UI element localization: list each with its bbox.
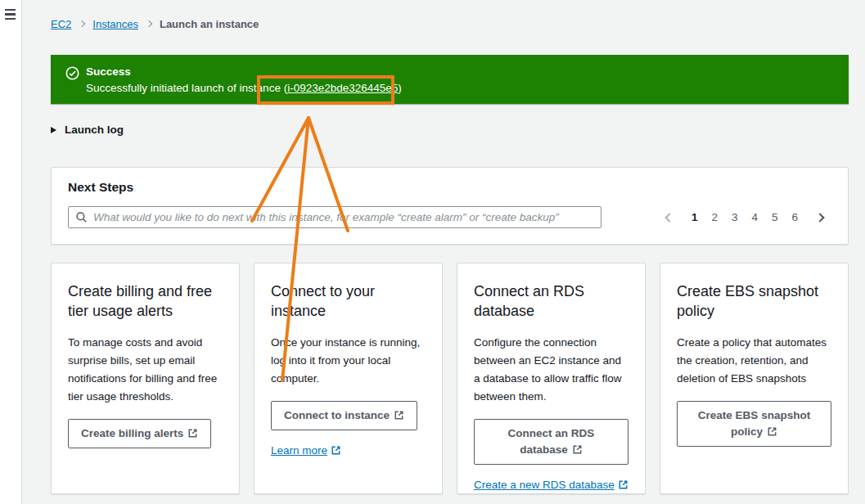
success-banner: Success Successfully initiated launch of… xyxy=(51,55,849,104)
link-label: Create a new RDS database xyxy=(474,479,615,491)
pagination-page-6[interactable]: 6 xyxy=(791,211,798,223)
pagination-page-5[interactable]: 5 xyxy=(772,211,778,223)
pagination: 1 2 3 4 5 6 xyxy=(666,211,823,223)
next-steps-title: Next Steps xyxy=(68,180,831,195)
external-link-icon xyxy=(618,479,628,490)
card-connect-instance: Connect to your instance Once your insta… xyxy=(254,263,443,494)
card-body: Configure the connection between an EC2 … xyxy=(474,334,628,406)
search-box xyxy=(68,206,601,228)
create-ebs-snapshot-policy-button[interactable]: Create EBS snapshot policy xyxy=(677,401,831,447)
banner-title: Success xyxy=(86,65,402,78)
banner-message: Successfully initiated launch of instanc… xyxy=(86,82,402,94)
search-icon xyxy=(75,211,88,223)
external-link-icon xyxy=(767,426,777,437)
pagination-page-2[interactable]: 2 xyxy=(711,211,718,223)
collapsed-sidebar-rail xyxy=(0,0,22,504)
card-body: Create a policy that automates the creat… xyxy=(677,334,831,388)
launch-log-toggle[interactable]: Launch log xyxy=(51,124,149,136)
chevron-right-icon xyxy=(146,20,152,27)
button-label: Create billing alerts xyxy=(81,427,183,439)
triangle-right-icon xyxy=(51,127,56,133)
banner-message-suffix: ) xyxy=(398,82,402,94)
menu-button[interactable] xyxy=(3,7,19,22)
breadcrumb-link-ec2[interactable]: EC2 xyxy=(51,18,71,30)
breadcrumb: EC2 Instances Launch an instance xyxy=(51,0,849,30)
card-ebs-snapshot: Create EBS snapshot policy Create a poli… xyxy=(660,263,849,494)
create-rds-database-link[interactable]: Create a new RDS database xyxy=(474,479,628,491)
external-link-icon xyxy=(187,428,198,439)
connect-to-instance-button[interactable]: Connect to instance xyxy=(271,401,417,430)
card-connect-rds: Connect an RDS database Configure the co… xyxy=(457,263,646,494)
pagination-prev-icon[interactable] xyxy=(665,213,674,222)
next-steps-panel: Next Steps 1 2 3 4 5 6 xyxy=(51,167,849,245)
search-row: 1 2 3 4 5 6 xyxy=(68,206,831,228)
chevron-right-icon xyxy=(79,20,85,27)
card-billing-alerts: Create billing and free tier usage alert… xyxy=(51,263,240,494)
button-label: Create EBS snapshot policy xyxy=(698,409,810,438)
external-link-icon xyxy=(572,444,583,455)
banner-message-prefix: Successfully initiated launch of instanc… xyxy=(86,82,287,94)
launch-log-label: Launch log xyxy=(65,124,124,136)
card-title: Connect to your instance xyxy=(271,281,426,321)
card-body: To manage costs and avoid surprise bills… xyxy=(68,334,223,406)
hamburger-icon xyxy=(5,9,17,20)
card-title: Create billing and free tier usage alert… xyxy=(68,281,223,321)
external-link-icon xyxy=(331,445,341,456)
create-billing-alerts-button[interactable]: Create billing alerts xyxy=(68,419,211,448)
pagination-page-3[interactable]: 3 xyxy=(732,211,738,223)
banner-text: Success Successfully initiated launch of… xyxy=(86,65,402,94)
card-body: Once your instance is running, log into … xyxy=(271,334,426,388)
pagination-page-1[interactable]: 1 xyxy=(692,211,698,223)
breadcrumb-current-page: Launch an instance xyxy=(160,18,259,30)
pagination-page-4[interactable]: 4 xyxy=(751,211,758,223)
card-title: Connect an RDS database xyxy=(474,281,628,321)
check-circle-icon xyxy=(65,66,79,83)
link-label: Learn more xyxy=(271,444,327,457)
breadcrumb-link-instances[interactable]: Instances xyxy=(92,18,138,30)
card-title: Create EBS snapshot policy xyxy=(677,281,831,321)
main-content: EC2 Instances Launch an instance Success… xyxy=(51,0,849,494)
button-label: Connect to instance xyxy=(284,409,390,421)
learn-more-link[interactable]: Learn more xyxy=(271,444,426,457)
search-input[interactable] xyxy=(68,206,601,228)
pagination-next-icon[interactable] xyxy=(815,213,824,222)
instance-id-link[interactable]: i-0923e2bde326445e5 xyxy=(287,82,398,94)
external-link-icon xyxy=(394,410,404,421)
next-steps-cards: Create billing and free tier usage alert… xyxy=(51,263,849,494)
connect-rds-database-button[interactable]: Connect an RDS database xyxy=(474,419,628,465)
